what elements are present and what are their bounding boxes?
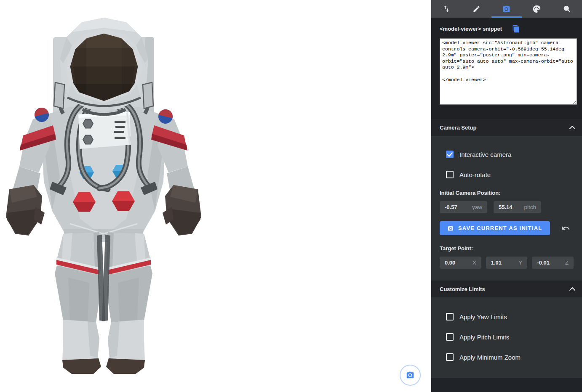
tab-camera[interactable]: [491, 0, 522, 18]
pencil-icon: [473, 5, 481, 13]
checkbox-label: Interactive camera: [459, 151, 511, 158]
camera-setup-body: Interactive camera Auto-rotate Initial C…: [431, 136, 582, 281]
snippet-code[interactable]: <model-viewer src="Astronaut.glb" camera…: [440, 38, 577, 105]
model-viewport[interactable]: [0, 0, 431, 392]
customize-limits-body: Apply Yaw Limits Apply Pitch Limits Appl…: [431, 297, 582, 378]
chevron-up-icon: [569, 287, 575, 291]
save-row: SAVE CURRENT AS INITIAL: [440, 221, 574, 235]
copy-snippet-button[interactable]: [511, 24, 521, 34]
camera-icon: [447, 225, 454, 232]
section-header-customize-limits[interactable]: Customize Limits: [431, 281, 582, 297]
palette-icon: [532, 5, 541, 13]
target-z-unit: Z: [565, 260, 569, 266]
interactive-camera-row[interactable]: Interactive camera: [440, 144, 574, 164]
swap-vertical-icon: [442, 5, 451, 13]
target-x-unit: X: [473, 260, 476, 266]
auto-rotate-checkbox[interactable]: [446, 171, 454, 178]
snippet-title: <model-viewer> snippet: [440, 26, 502, 32]
camera-icon: [406, 371, 415, 380]
tab-edit[interactable]: [462, 0, 492, 18]
section-title: Customize Limits: [440, 286, 485, 292]
target-z-field[interactable]: -0.01 Z: [532, 257, 574, 269]
target-point-label: Target Point:: [440, 245, 574, 252]
target-y-unit: Y: [518, 260, 522, 266]
undo-button[interactable]: [561, 224, 570, 233]
apply-minimum-zoom-row[interactable]: Apply Minimum Zoom: [440, 347, 574, 367]
save-button-label: SAVE CURRENT AS INITIAL: [458, 225, 542, 231]
active-tab-underline: [491, 16, 522, 18]
auto-rotate-row[interactable]: Auto-rotate: [440, 164, 574, 185]
tab-materials[interactable]: [522, 0, 552, 18]
panel-bottom-fill: [431, 378, 582, 392]
tab-import-export[interactable]: [431, 0, 462, 18]
target-x-field[interactable]: 0.00 X: [440, 257, 481, 269]
target-x-value: 0.00: [445, 260, 455, 266]
target-y-field[interactable]: 1.01 Y: [486, 257, 528, 269]
initial-camera-position-label: Initial Camera Position:: [440, 190, 574, 196]
search-icon: [563, 5, 571, 13]
section-title: Camera Setup: [440, 124, 476, 131]
checkbox-label: Apply Pitch Limits: [459, 334, 509, 341]
chest-panel: [78, 112, 131, 149]
astronaut-model[interactable]: [0, 0, 431, 392]
apply-pitch-limits-row[interactable]: Apply Pitch Limits: [440, 327, 574, 347]
content-copy-icon: [512, 25, 520, 33]
target-y-value: 1.01: [491, 260, 502, 266]
tab-inspector[interactable]: [552, 0, 582, 18]
target-z-value: -0.01: [537, 260, 550, 266]
pitch-unit: pitch: [524, 204, 536, 210]
pitch-field[interactable]: 55.14 pitch: [494, 201, 541, 213]
interactive-camera-checkbox[interactable]: [446, 151, 454, 158]
checkbox-label: Auto-rotate: [459, 171, 491, 178]
model-viewer-editor: <model-viewer> snippet <model-viewer src…: [0, 0, 582, 392]
checkbox-label: Apply Minimum Zoom: [459, 354, 521, 361]
pitch-value: 55.14: [499, 204, 513, 210]
capture-poster-button[interactable]: [400, 365, 421, 386]
chevron-up-icon: [569, 126, 575, 129]
checkbox-label: Apply Yaw Limits: [459, 313, 507, 320]
camera-icon: [502, 5, 511, 13]
boots: [62, 320, 145, 374]
apply-pitch-limits-checkbox[interactable]: [446, 333, 454, 341]
tab-bar: [431, 0, 582, 18]
editor-panel: <model-viewer> snippet <model-viewer src…: [431, 0, 582, 392]
yaw-value: -0.57: [445, 204, 457, 210]
snippet-section: <model-viewer> snippet <model-viewer src…: [431, 18, 582, 119]
apply-yaw-limits-row[interactable]: Apply Yaw Limits: [440, 307, 574, 327]
apply-minimum-zoom-checkbox[interactable]: [446, 353, 454, 361]
undo-icon: [561, 224, 570, 233]
yaw-unit: yaw: [472, 204, 482, 210]
initial-camera-position-fields: -0.57 yaw 55.14 pitch: [440, 201, 574, 213]
section-header-camera-setup[interactable]: Camera Setup: [431, 119, 582, 136]
yaw-field[interactable]: -0.57 yaw: [440, 201, 487, 213]
checkmark-icon: [447, 152, 453, 157]
apply-yaw-limits-checkbox[interactable]: [446, 313, 454, 320]
target-point-fields: 0.00 X 1.01 Y -0.01 Z: [440, 257, 574, 269]
save-current-as-initial-button[interactable]: SAVE CURRENT AS INITIAL: [440, 221, 550, 235]
